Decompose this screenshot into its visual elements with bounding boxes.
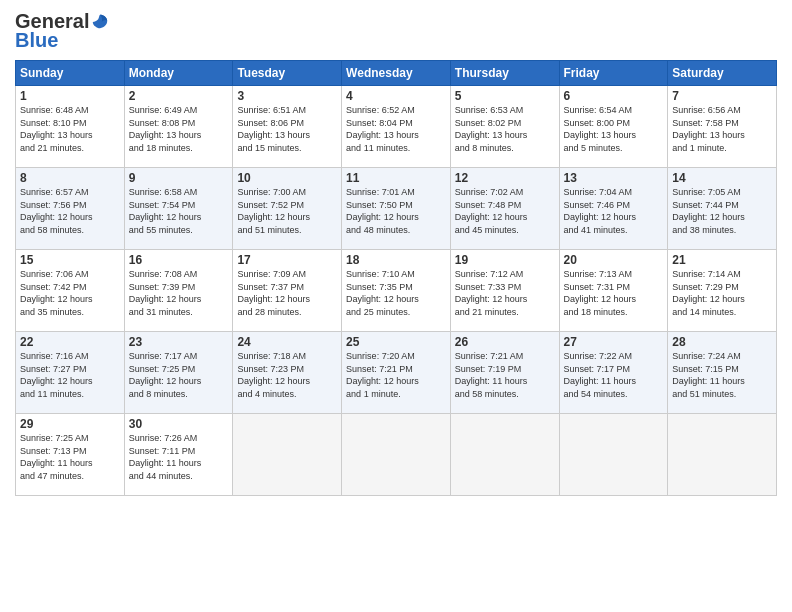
day-number: 11 <box>346 171 446 185</box>
day-info: Sunrise: 6:49 AM Sunset: 8:08 PM Dayligh… <box>129 105 202 153</box>
weekday-header-saturday: Saturday <box>668 61 777 86</box>
calendar-day: 22Sunrise: 7:16 AM Sunset: 7:27 PM Dayli… <box>16 332 125 414</box>
day-number: 9 <box>129 171 229 185</box>
weekday-header-thursday: Thursday <box>450 61 559 86</box>
day-number: 22 <box>20 335 120 349</box>
day-info: Sunrise: 7:01 AM Sunset: 7:50 PM Dayligh… <box>346 187 419 235</box>
day-number: 5 <box>455 89 555 103</box>
day-info: Sunrise: 7:08 AM Sunset: 7:39 PM Dayligh… <box>129 269 202 317</box>
calendar-day: 16Sunrise: 7:08 AM Sunset: 7:39 PM Dayli… <box>124 250 233 332</box>
calendar-week-row: 15Sunrise: 7:06 AM Sunset: 7:42 PM Dayli… <box>16 250 777 332</box>
weekday-header-friday: Friday <box>559 61 668 86</box>
day-info: Sunrise: 7:25 AM Sunset: 7:13 PM Dayligh… <box>20 433 93 481</box>
calendar-day: 9Sunrise: 6:58 AM Sunset: 7:54 PM Daylig… <box>124 168 233 250</box>
day-info: Sunrise: 7:17 AM Sunset: 7:25 PM Dayligh… <box>129 351 202 399</box>
calendar-day: 21Sunrise: 7:14 AM Sunset: 7:29 PM Dayli… <box>668 250 777 332</box>
day-info: Sunrise: 7:18 AM Sunset: 7:23 PM Dayligh… <box>237 351 310 399</box>
day-number: 17 <box>237 253 337 267</box>
calendar-table: SundayMondayTuesdayWednesdayThursdayFrid… <box>15 60 777 496</box>
day-number: 16 <box>129 253 229 267</box>
day-info: Sunrise: 7:02 AM Sunset: 7:48 PM Dayligh… <box>455 187 528 235</box>
page-container: General Blue SundayMondayTuesdayWednesda… <box>0 0 792 506</box>
day-info: Sunrise: 7:21 AM Sunset: 7:19 PM Dayligh… <box>455 351 528 399</box>
calendar-day: 23Sunrise: 7:17 AM Sunset: 7:25 PM Dayli… <box>124 332 233 414</box>
day-info: Sunrise: 7:20 AM Sunset: 7:21 PM Dayligh… <box>346 351 419 399</box>
calendar-day: 4Sunrise: 6:52 AM Sunset: 8:04 PM Daylig… <box>342 86 451 168</box>
day-number: 21 <box>672 253 772 267</box>
calendar-day: 8Sunrise: 6:57 AM Sunset: 7:56 PM Daylig… <box>16 168 125 250</box>
day-number: 20 <box>564 253 664 267</box>
calendar-header-row: SundayMondayTuesdayWednesdayThursdayFrid… <box>16 61 777 86</box>
calendar-day: 17Sunrise: 7:09 AM Sunset: 7:37 PM Dayli… <box>233 250 342 332</box>
calendar-day: 30Sunrise: 7:26 AM Sunset: 7:11 PM Dayli… <box>124 414 233 496</box>
calendar-day: 10Sunrise: 7:00 AM Sunset: 7:52 PM Dayli… <box>233 168 342 250</box>
logo-blue: Blue <box>15 29 58 52</box>
day-number: 15 <box>20 253 120 267</box>
day-number: 19 <box>455 253 555 267</box>
calendar-day: 1Sunrise: 6:48 AM Sunset: 8:10 PM Daylig… <box>16 86 125 168</box>
day-number: 23 <box>129 335 229 349</box>
day-info: Sunrise: 7:14 AM Sunset: 7:29 PM Dayligh… <box>672 269 745 317</box>
day-number: 25 <box>346 335 446 349</box>
day-info: Sunrise: 7:06 AM Sunset: 7:42 PM Dayligh… <box>20 269 93 317</box>
day-info: Sunrise: 7:16 AM Sunset: 7:27 PM Dayligh… <box>20 351 93 399</box>
day-number: 7 <box>672 89 772 103</box>
day-info: Sunrise: 7:26 AM Sunset: 7:11 PM Dayligh… <box>129 433 202 481</box>
calendar-day: 20Sunrise: 7:13 AM Sunset: 7:31 PM Dayli… <box>559 250 668 332</box>
day-number: 3 <box>237 89 337 103</box>
calendar-day: 6Sunrise: 6:54 AM Sunset: 8:00 PM Daylig… <box>559 86 668 168</box>
day-number: 1 <box>20 89 120 103</box>
day-number: 14 <box>672 171 772 185</box>
day-info: Sunrise: 7:22 AM Sunset: 7:17 PM Dayligh… <box>564 351 637 399</box>
day-number: 26 <box>455 335 555 349</box>
day-number: 12 <box>455 171 555 185</box>
day-info: Sunrise: 7:12 AM Sunset: 7:33 PM Dayligh… <box>455 269 528 317</box>
calendar-body: 1Sunrise: 6:48 AM Sunset: 8:10 PM Daylig… <box>16 86 777 496</box>
calendar-day: 11Sunrise: 7:01 AM Sunset: 7:50 PM Dayli… <box>342 168 451 250</box>
day-info: Sunrise: 7:13 AM Sunset: 7:31 PM Dayligh… <box>564 269 637 317</box>
calendar-day: 13Sunrise: 7:04 AM Sunset: 7:46 PM Dayli… <box>559 168 668 250</box>
calendar-week-row: 1Sunrise: 6:48 AM Sunset: 8:10 PM Daylig… <box>16 86 777 168</box>
calendar-day <box>450 414 559 496</box>
calendar-day <box>233 414 342 496</box>
logo-bird-icon <box>91 13 109 31</box>
day-number: 18 <box>346 253 446 267</box>
calendar-day: 7Sunrise: 6:56 AM Sunset: 7:58 PM Daylig… <box>668 86 777 168</box>
calendar-day: 29Sunrise: 7:25 AM Sunset: 7:13 PM Dayli… <box>16 414 125 496</box>
day-info: Sunrise: 7:04 AM Sunset: 7:46 PM Dayligh… <box>564 187 637 235</box>
logo: General Blue <box>15 10 109 52</box>
calendar-day: 28Sunrise: 7:24 AM Sunset: 7:15 PM Dayli… <box>668 332 777 414</box>
day-info: Sunrise: 6:53 AM Sunset: 8:02 PM Dayligh… <box>455 105 528 153</box>
header: General Blue <box>15 10 777 52</box>
day-info: Sunrise: 6:51 AM Sunset: 8:06 PM Dayligh… <box>237 105 310 153</box>
day-number: 27 <box>564 335 664 349</box>
day-info: Sunrise: 6:56 AM Sunset: 7:58 PM Dayligh… <box>672 105 745 153</box>
calendar-week-row: 22Sunrise: 7:16 AM Sunset: 7:27 PM Dayli… <box>16 332 777 414</box>
day-info: Sunrise: 7:10 AM Sunset: 7:35 PM Dayligh… <box>346 269 419 317</box>
calendar-day: 15Sunrise: 7:06 AM Sunset: 7:42 PM Dayli… <box>16 250 125 332</box>
day-number: 13 <box>564 171 664 185</box>
calendar-day: 14Sunrise: 7:05 AM Sunset: 7:44 PM Dayli… <box>668 168 777 250</box>
day-info: Sunrise: 6:48 AM Sunset: 8:10 PM Dayligh… <box>20 105 93 153</box>
day-number: 29 <box>20 417 120 431</box>
day-number: 2 <box>129 89 229 103</box>
calendar-day <box>559 414 668 496</box>
day-info: Sunrise: 6:52 AM Sunset: 8:04 PM Dayligh… <box>346 105 419 153</box>
day-info: Sunrise: 7:24 AM Sunset: 7:15 PM Dayligh… <box>672 351 745 399</box>
day-info: Sunrise: 7:09 AM Sunset: 7:37 PM Dayligh… <box>237 269 310 317</box>
day-number: 30 <box>129 417 229 431</box>
calendar-day: 24Sunrise: 7:18 AM Sunset: 7:23 PM Dayli… <box>233 332 342 414</box>
calendar-day: 19Sunrise: 7:12 AM Sunset: 7:33 PM Dayli… <box>450 250 559 332</box>
weekday-header-tuesday: Tuesday <box>233 61 342 86</box>
day-info: Sunrise: 6:57 AM Sunset: 7:56 PM Dayligh… <box>20 187 93 235</box>
weekday-header-sunday: Sunday <box>16 61 125 86</box>
calendar-day <box>668 414 777 496</box>
day-info: Sunrise: 7:05 AM Sunset: 7:44 PM Dayligh… <box>672 187 745 235</box>
day-number: 28 <box>672 335 772 349</box>
calendar-day <box>342 414 451 496</box>
weekday-header-wednesday: Wednesday <box>342 61 451 86</box>
calendar-day: 18Sunrise: 7:10 AM Sunset: 7:35 PM Dayli… <box>342 250 451 332</box>
weekday-header-monday: Monday <box>124 61 233 86</box>
calendar-day: 3Sunrise: 6:51 AM Sunset: 8:06 PM Daylig… <box>233 86 342 168</box>
day-info: Sunrise: 6:54 AM Sunset: 8:00 PM Dayligh… <box>564 105 637 153</box>
